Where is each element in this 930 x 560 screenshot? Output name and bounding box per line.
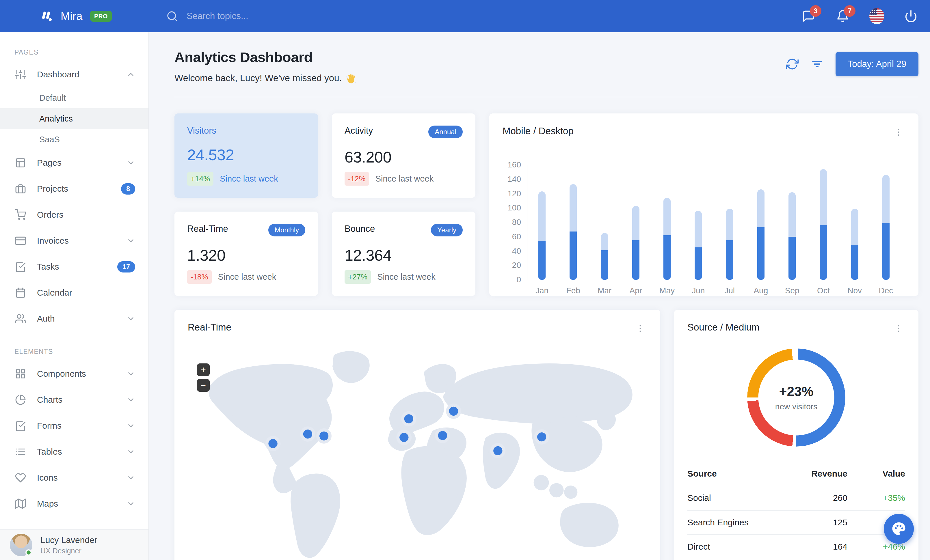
main-content: Analytics Dashboard Welcome back, Lucy! … bbox=[149, 32, 930, 560]
sidebar-item-label: Tasks bbox=[37, 262, 117, 272]
refresh-icon[interactable] bbox=[786, 58, 799, 71]
map-marker[interactable] bbox=[438, 431, 447, 440]
stat-card-bounce: Bounce Yearly 12.364 +27% Since last wee… bbox=[332, 212, 476, 296]
table-row-search-engines: Search Engines125-12% bbox=[687, 510, 905, 534]
map-marker[interactable] bbox=[493, 446, 502, 455]
sidebar-item-charts[interactable]: Charts bbox=[0, 387, 148, 413]
desktop-segment bbox=[757, 189, 765, 227]
map-marker[interactable] bbox=[268, 439, 277, 448]
sidebar-item-icons[interactable]: Icons bbox=[0, 465, 148, 491]
bar-series: JanFebMarAprMayJunJulAugSepOctNovDec bbox=[527, 166, 901, 280]
desktop-segment bbox=[882, 175, 890, 223]
sidebar-item-maps[interactable]: Maps bbox=[0, 491, 148, 517]
desktop-segment bbox=[694, 211, 702, 247]
stat-value: 63.200 bbox=[345, 148, 463, 166]
sidebar-item-tables[interactable]: Tables bbox=[0, 439, 148, 465]
table-row-social: Social260+35% bbox=[687, 486, 905, 510]
cell-revenue: 260 bbox=[772, 493, 847, 503]
sign-out-button[interactable] bbox=[904, 9, 918, 24]
bar-sep: Sep bbox=[788, 166, 796, 280]
more-vertical-icon[interactable] bbox=[892, 126, 905, 139]
map-marker[interactable] bbox=[404, 414, 413, 423]
sidebar-user[interactable]: Lucy Lavender UX Designer bbox=[0, 529, 148, 560]
sidebar-item-label: Projects bbox=[37, 184, 121, 194]
sidebar-item-orders[interactable]: Orders bbox=[0, 202, 148, 228]
bar-nov: Nov bbox=[851, 166, 858, 280]
cell-source: Search Engines bbox=[687, 517, 772, 528]
sidebar-subitem-saas[interactable]: SaaS bbox=[0, 129, 148, 150]
sidebar-item-forms[interactable]: Forms bbox=[0, 413, 148, 439]
mira-logo-icon bbox=[40, 10, 53, 23]
sidebar-item-label: Dashboard bbox=[37, 69, 126, 80]
avatar bbox=[10, 534, 32, 556]
header-actions: Today: April 29 bbox=[786, 52, 918, 76]
bar-may: May bbox=[664, 166, 671, 280]
sidebar-item-pages[interactable]: Pages bbox=[0, 150, 148, 176]
desktop-segment bbox=[570, 184, 577, 232]
stat-card-activity: Activity Annual 63.200 -12% Since last w… bbox=[332, 114, 476, 198]
map-marker[interactable] bbox=[449, 407, 458, 416]
sidebar-subitem-default[interactable]: Default bbox=[0, 87, 148, 108]
today-button[interactable]: Today: April 29 bbox=[836, 52, 918, 76]
stat-value: 24.532 bbox=[187, 146, 305, 164]
brand[interactable]: Mira PRO bbox=[0, 10, 149, 23]
cell-source: Direct bbox=[687, 542, 772, 552]
desktop-segment bbox=[538, 192, 545, 241]
language-button[interactable] bbox=[869, 9, 884, 24]
realtime-map-card: Real-Time + − bbox=[174, 310, 660, 560]
sidebar-item-components[interactable]: Components bbox=[0, 361, 148, 387]
delta-chip: -18% bbox=[187, 270, 212, 284]
bar-jul: Jul bbox=[726, 166, 733, 280]
calendar-icon bbox=[15, 287, 26, 298]
map-marker[interactable] bbox=[319, 431, 328, 440]
map-marker[interactable] bbox=[303, 430, 312, 439]
sidebar-item-auth[interactable]: Auth bbox=[0, 306, 148, 332]
table-row-direct: Direct164+46% bbox=[687, 534, 905, 558]
map-icon bbox=[15, 498, 26, 509]
messages-button[interactable]: 3 bbox=[801, 9, 816, 24]
chevron-up-icon bbox=[126, 70, 135, 79]
online-status-dot bbox=[25, 549, 32, 556]
notifications-badge: 7 bbox=[844, 5, 856, 17]
theme-settings-fab[interactable] bbox=[884, 514, 914, 544]
mobile-segment bbox=[664, 235, 671, 280]
x-tick-label: Jun bbox=[692, 286, 705, 295]
more-vertical-icon[interactable] bbox=[634, 322, 647, 335]
donut-center-value: +23% bbox=[779, 384, 814, 399]
map-marker[interactable] bbox=[537, 433, 546, 441]
sidebar-nav: PAGESDashboardDefaultAnalyticsSaaSPagesP… bbox=[0, 32, 148, 546]
notifications-button[interactable]: 7 bbox=[835, 9, 850, 24]
search-input[interactable] bbox=[186, 11, 360, 21]
x-tick-label: Jan bbox=[536, 286, 548, 295]
page-title: Analytics Dashboard bbox=[174, 49, 356, 65]
x-tick-label: Oct bbox=[817, 286, 830, 295]
search-icon[interactable] bbox=[166, 11, 178, 22]
chevron-down-icon bbox=[126, 447, 135, 456]
stats-grid: Visitors 24.532 +14% Since last week Act… bbox=[174, 114, 476, 296]
zoom-in-button[interactable]: + bbox=[197, 364, 210, 376]
x-tick-label: Apr bbox=[630, 286, 642, 295]
world-map[interactable] bbox=[179, 340, 656, 560]
cell-source: Social bbox=[687, 493, 772, 503]
more-vertical-icon[interactable] bbox=[892, 322, 905, 335]
heart-icon bbox=[15, 472, 26, 483]
user-name: Lucy Lavender bbox=[40, 535, 97, 545]
mobile-segment bbox=[726, 240, 733, 280]
donut-chart: +23% new visitors bbox=[747, 348, 845, 446]
sidebar-item-tasks[interactable]: Tasks17 bbox=[0, 254, 148, 280]
sidebar-item-projects[interactable]: Projects8 bbox=[0, 176, 148, 202]
chevron-down-icon bbox=[126, 236, 135, 245]
cell-revenue: 125 bbox=[772, 517, 847, 528]
stat-caption: Since last week bbox=[218, 272, 276, 282]
user-role: UX Designer bbox=[40, 547, 97, 555]
map-marker[interactable] bbox=[399, 433, 408, 442]
filter-icon[interactable] bbox=[811, 58, 824, 71]
sidebar-item-calendar[interactable]: Calendar bbox=[0, 280, 148, 306]
y-tick-label: 140 bbox=[507, 175, 521, 184]
layout-icon bbox=[15, 157, 26, 168]
zoom-out-button[interactable]: − bbox=[197, 379, 210, 392]
mobile-segment bbox=[820, 225, 827, 280]
sidebar-subitem-analytics[interactable]: Analytics bbox=[0, 108, 148, 129]
sidebar-item-dashboard[interactable]: Dashboard bbox=[0, 61, 148, 87]
sidebar-item-invoices[interactable]: Invoices bbox=[0, 228, 148, 254]
